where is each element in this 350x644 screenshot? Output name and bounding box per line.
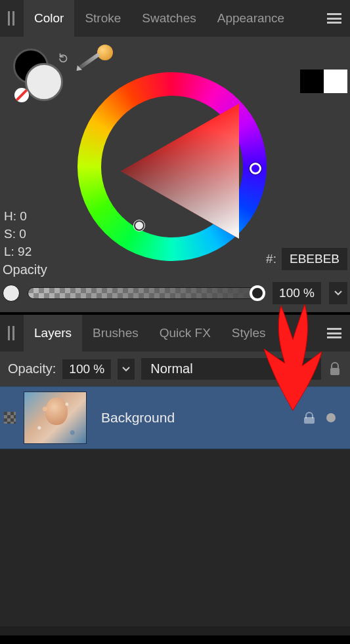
color-panel-tabs: Color Stroke Swatches Appearance: [0, 0, 350, 37]
svg-rect-4: [330, 368, 339, 375]
layer-alpha-indicator[interactable]: [0, 386, 20, 449]
layer-options-bar: Opacity: 100 % Normal: [0, 352, 350, 386]
hamburger-icon: [327, 328, 341, 338]
hex-input[interactable]: EBEBEB: [282, 248, 347, 270]
hex-area: #: EBEBEB: [266, 248, 347, 270]
chevron-down-icon: [122, 367, 130, 372]
opacity-slider-handle[interactable]: [250, 285, 265, 301]
panel-drag-handle-icon[interactable]: [0, 11, 24, 26]
svg-rect-2: [8, 326, 10, 340]
layers-panel-menu-button[interactable]: [318, 315, 350, 352]
layer-thumbnail[interactable]: [24, 392, 87, 444]
checker-icon: [4, 412, 16, 424]
opacity-slider[interactable]: [28, 287, 265, 299]
tab-styles[interactable]: Styles: [221, 315, 276, 352]
color-panel: Color Stroke Swatches Appearance ⟲: [0, 0, 350, 312]
panel-drag-handle-icon[interactable]: [0, 326, 24, 340]
hue-handle[interactable]: [250, 163, 261, 174]
no-color-icon[interactable]: [14, 88, 29, 102]
layer-status-icons: [304, 412, 350, 424]
layer-opacity-label: Opacity:: [8, 361, 56, 376]
opacity-row: 100 %: [3, 282, 347, 304]
lock-icon: [329, 362, 341, 376]
tab-brushes[interactable]: Brushes: [82, 315, 149, 352]
color-panel-body: ⟲ H: 0 S: 0 L: 92 Opacit: [0, 37, 350, 312]
chevron-down-icon: [334, 291, 342, 296]
tab-appearance[interactable]: Appearance: [207, 0, 295, 37]
tab-swatches[interactable]: Swatches: [131, 0, 206, 37]
layer-visibility-icon[interactable]: [326, 413, 336, 422]
layers-panel-tabs: Layers Brushes Quick FX Styles: [0, 315, 350, 352]
swap-colors-icon[interactable]: ⟲: [53, 49, 72, 68]
sv-handle[interactable]: [134, 220, 144, 231]
lock-layer-button[interactable]: [328, 361, 342, 377]
s-value: S: 0: [4, 225, 32, 243]
layer-list-empty-area[interactable]: [0, 449, 350, 626]
layer-list: Background: [0, 386, 350, 635]
bottom-gap: [0, 635, 350, 644]
hue-ring[interactable]: [77, 72, 267, 261]
layer-name-label[interactable]: Background: [91, 410, 304, 426]
hsl-readout: H: 0 S: 0 L: 92: [4, 207, 32, 260]
fg-bg-color-swatches[interactable]: ⟲: [13, 49, 66, 101]
black-chip[interactable]: [300, 70, 324, 93]
svg-rect-0: [8, 11, 10, 26]
hex-prefix-label: #:: [266, 252, 276, 266]
blend-mode-select[interactable]: Normal: [141, 358, 321, 380]
layer-row[interactable]: Background: [0, 386, 350, 449]
tab-quick-fx[interactable]: Quick FX: [149, 315, 221, 352]
opacity-value-input[interactable]: 100 %: [273, 282, 321, 304]
h-value: H: 0: [4, 207, 32, 225]
layers-panel-body: Opacity: 100 % Normal Background: [0, 352, 350, 635]
default-bw-chips[interactable]: [300, 70, 347, 93]
svg-rect-1: [12, 11, 14, 26]
color-panel-menu-button[interactable]: [318, 0, 350, 37]
layer-lock-icon[interactable]: [304, 412, 315, 424]
layer-opacity-input[interactable]: 100 %: [62, 359, 111, 379]
layers-panel: Layers Brushes Quick FX Styles Opacity: …: [0, 315, 350, 635]
white-chip[interactable]: [324, 70, 347, 93]
tab-color[interactable]: Color: [24, 0, 74, 37]
eyedropper-tool-icon[interactable]: [74, 45, 113, 71]
opacity-label: Opacity: [3, 262, 47, 277]
opacity-dropdown-button[interactable]: [329, 282, 347, 304]
tab-stroke[interactable]: Stroke: [74, 0, 131, 37]
opacity-preview-swatch: [3, 285, 20, 302]
color-wheel[interactable]: [77, 72, 267, 261]
l-value: L: 92: [4, 243, 32, 260]
layer-opacity-dropdown-button[interactable]: [118, 359, 135, 380]
tab-layers[interactable]: Layers: [24, 315, 82, 352]
hamburger-icon: [327, 13, 341, 24]
foreground-color-swatch[interactable]: [25, 63, 63, 101]
svg-rect-3: [12, 326, 14, 340]
